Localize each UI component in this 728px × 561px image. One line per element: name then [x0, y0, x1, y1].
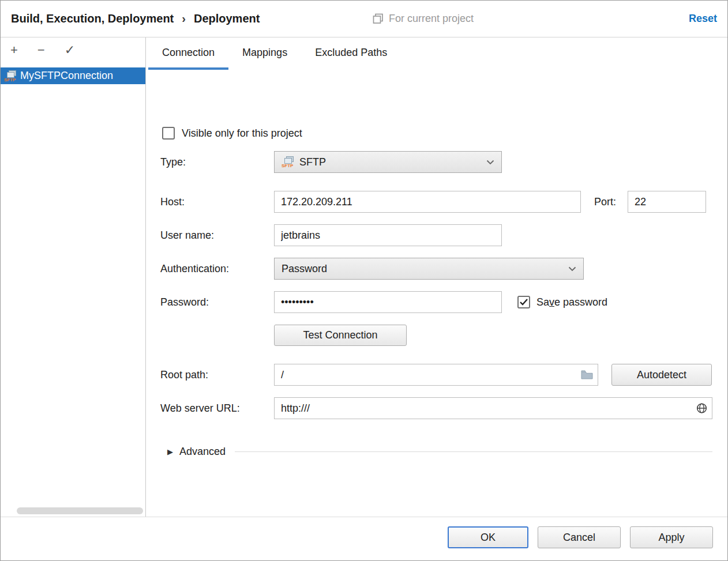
breadcrumb: Build, Execution, Deployment › Deploymen…: [11, 12, 260, 25]
remove-server-button[interactable]: −: [37, 44, 45, 57]
server-list-item[interactable]: SFTP MySFTPConnection: [1, 67, 145, 84]
ok-button[interactable]: OK: [448, 526, 528, 548]
body: + − ✓ SFTP MySFTPConnection: [1, 37, 727, 517]
advanced-divider: [235, 451, 712, 452]
host-label: Host:: [160, 196, 274, 208]
save-password-label-post: e password: [554, 296, 607, 308]
dialog-footer: OK Cancel Apply: [1, 517, 727, 560]
chevron-down-icon: [568, 266, 576, 272]
web-server-url-input[interactable]: [274, 397, 712, 419]
save-password-label: Save password: [536, 296, 607, 308]
root-path-label: Root path:: [160, 369, 274, 381]
save-password-checkbox[interactable]: [517, 296, 530, 308]
visible-only-checkbox[interactable]: [162, 127, 175, 140]
apply-button[interactable]: Apply: [630, 526, 713, 548]
advanced-label: Advanced: [179, 446, 226, 458]
password-input[interactable]: [274, 291, 502, 313]
host-row: Host: Port:: [160, 191, 706, 213]
breadcrumb-chevron-icon: ›: [181, 12, 187, 25]
root-path-field: [274, 364, 598, 386]
web-server-url-row: Web server URL:: [160, 397, 712, 419]
type-value: SFTP: [299, 156, 326, 168]
save-password-label-mnemonic: v: [549, 296, 554, 308]
tab-excluded-paths[interactable]: Excluded Paths: [301, 37, 401, 70]
header: Build, Execution, Deployment › Deploymen…: [1, 1, 727, 37]
deployment-settings-window: Build, Execution, Deployment › Deploymen…: [0, 0, 728, 561]
web-server-url-field: [274, 397, 712, 419]
scope-indicator: For current project: [373, 13, 474, 25]
scope-label: For current project: [389, 13, 474, 25]
visible-only-label: Visible only for this project: [182, 127, 302, 140]
expand-arrow-icon: ▶: [167, 447, 173, 456]
server-name-label: MySFTPConnection: [20, 70, 113, 82]
tab-bar: Connection Mappings Excluded Paths: [146, 37, 727, 70]
for-current-project-icon: [373, 13, 384, 24]
authentication-label: Authentication:: [160, 263, 274, 275]
autodetect-button[interactable]: Autodetect: [611, 364, 712, 386]
web-server-url-label: Web server URL:: [160, 402, 274, 415]
username-label: User name:: [160, 229, 274, 242]
visible-only-row: Visible only for this project: [162, 125, 302, 141]
cancel-button[interactable]: Cancel: [538, 526, 621, 548]
authentication-value: Password: [282, 263, 327, 275]
save-password-label-pre: Sa: [536, 296, 549, 308]
chevron-down-icon: [486, 160, 494, 165]
username-input[interactable]: [274, 224, 502, 246]
add-server-button[interactable]: +: [10, 44, 18, 57]
username-row: User name:: [160, 224, 502, 246]
sftp-icon: SFTP: [4, 70, 17, 82]
type-label: Type:: [160, 156, 274, 168]
type-row: Type: SFTP SFTP: [160, 151, 712, 173]
authentication-row: Authentication: Password: [160, 258, 584, 280]
tab-mappings[interactable]: Mappings: [228, 37, 301, 70]
server-list-toolbar: + − ✓: [1, 37, 145, 63]
host-input[interactable]: [274, 191, 581, 213]
breadcrumb-current-page: Deployment: [194, 12, 260, 25]
globe-icon[interactable]: [696, 403, 707, 414]
sidebar-horizontal-scrollbar[interactable]: [17, 507, 143, 514]
use-as-default-button[interactable]: ✓: [65, 44, 75, 57]
root-path-input[interactable]: [274, 364, 598, 386]
type-dropdown[interactable]: SFTP SFTP: [274, 151, 502, 173]
authentication-dropdown[interactable]: Password: [274, 258, 584, 280]
port-input[interactable]: [628, 191, 706, 213]
root-path-row: Root path: Autodetect: [160, 364, 712, 386]
svg-text:SFTP: SFTP: [282, 163, 294, 168]
reset-link[interactable]: Reset: [689, 13, 717, 25]
tab-excluded-paths-label: Excluded Paths: [315, 47, 387, 59]
tab-connection[interactable]: Connection: [148, 37, 228, 70]
server-list-sidebar: + − ✓ SFTP MySFTPConnection: [1, 37, 146, 517]
port-label: Port:: [594, 196, 616, 208]
sftp-icon: SFTP: [282, 156, 294, 168]
folder-browse-icon[interactable]: [581, 370, 593, 380]
svg-text:SFTP: SFTP: [4, 77, 16, 82]
main-panel: Connection Mappings Excluded Paths Visib…: [146, 37, 727, 517]
tab-connection-label: Connection: [162, 47, 215, 59]
breadcrumb-section[interactable]: Build, Execution, Deployment: [11, 12, 174, 25]
password-label: Password:: [160, 296, 274, 308]
advanced-section-header[interactable]: ▶ Advanced: [167, 445, 712, 458]
test-connection-row: Test Connection: [274, 325, 407, 346]
test-connection-button[interactable]: Test Connection: [274, 325, 407, 346]
tab-mappings-label: Mappings: [242, 47, 287, 59]
password-row: Password: Save password: [160, 291, 607, 313]
